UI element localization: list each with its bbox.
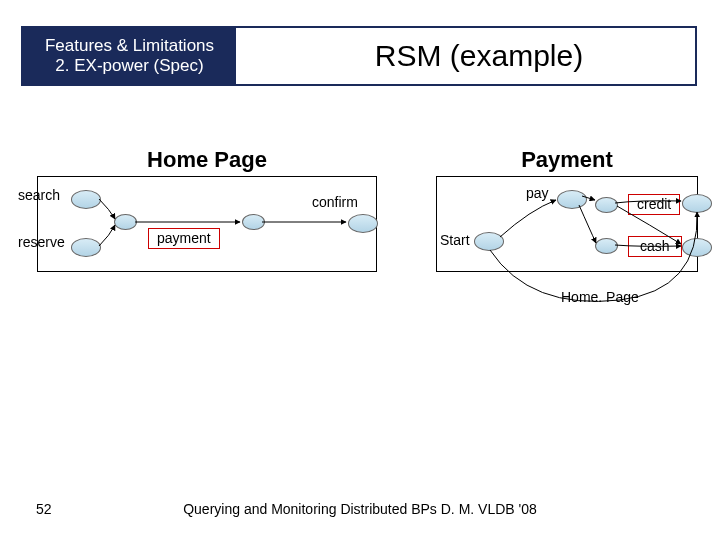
label-confirm: confirm [312, 194, 358, 210]
label-payment: payment [148, 228, 220, 249]
node-hp-inner-right [242, 214, 265, 230]
node-credit-exit [682, 194, 712, 213]
label-credit: credit [628, 194, 680, 215]
node-pay-low-right [595, 238, 618, 254]
page-title: RSM (example) [283, 28, 675, 84]
breadcrumb-line1: Features & Limitations [45, 36, 214, 56]
node-pay-start [474, 232, 504, 251]
label-cash: cash [628, 236, 682, 257]
label-reserve: reserve [18, 234, 65, 250]
node-hp-exit [348, 214, 378, 233]
label-pay: pay [526, 185, 549, 201]
breadcrumb-line2: 2. EX-power (Spec) [55, 56, 203, 76]
node-pay-branch [557, 190, 587, 209]
header-bar: Features & Limitations 2. EX-power (Spec… [21, 26, 697, 86]
node-search [71, 190, 101, 209]
breadcrumb: Features & Limitations 2. EX-power (Spec… [23, 28, 236, 84]
footer-text: Querying and Monitoring Distributed BPs … [0, 501, 720, 517]
label-homepage: Home. Page [561, 289, 639, 305]
node-reserve [71, 238, 101, 257]
label-search: search [18, 187, 60, 203]
module-title-home: Home Page [38, 147, 376, 173]
node-hp-inner-left [114, 214, 137, 230]
node-pay-up-right [595, 197, 618, 213]
node-cash-exit [682, 238, 712, 257]
module-title-payment: Payment [437, 147, 697, 173]
label-start: Start [440, 232, 470, 248]
